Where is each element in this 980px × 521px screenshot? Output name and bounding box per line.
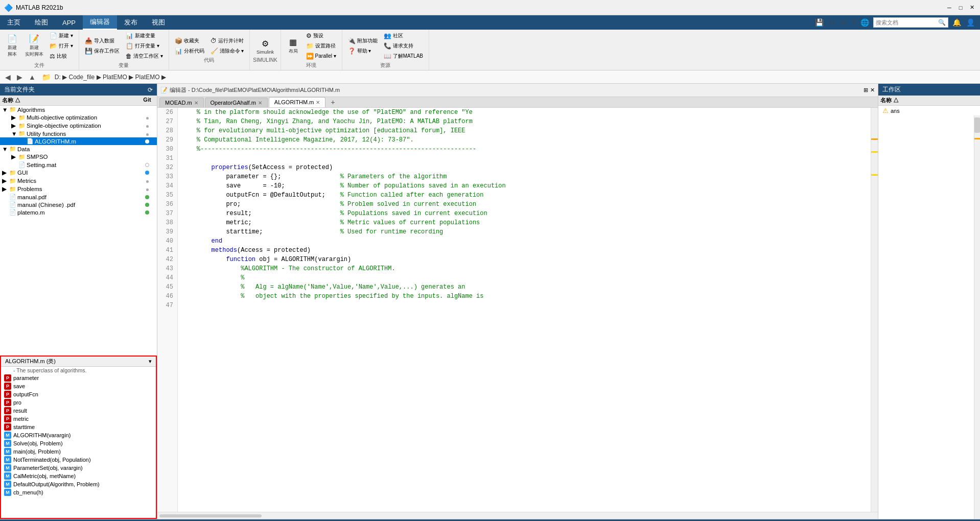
clear-cmd-button[interactable]: 🧹 清除命令 ▾ [208,46,247,56]
compare-button[interactable]: ⚖ 比较 [47,52,76,61]
menu-plot[interactable]: 绘图 [28,15,55,30]
help-button[interactable]: ❓ 帮助 ▾ [345,46,380,56]
tree-item-manual-cn[interactable]: 📄 manual (Chinese) .pdf [0,201,157,208]
split-icon[interactable]: ⊞ [864,87,868,93]
community-button[interactable]: 👥 社区 [381,31,426,40]
symbol-item-parameter[interactable]: P parameter [1,374,156,382]
menu-editor[interactable]: 编辑器 [83,15,117,30]
undo-icon[interactable]: ↩ [828,17,836,28]
tree-item-manual-pdf[interactable]: 📄 manual.pdf [0,193,157,201]
symbol-item-notterminated[interactable]: M NotTerminated(obj, Population) [1,456,156,464]
community-icon[interactable]: 🌐 [859,17,870,28]
symbol-item-calmetric[interactable]: M CalMetric(obj, metName) [1,472,156,480]
symbol-item-parameterset[interactable]: M ParameterSet(obj, varargin) [1,464,156,472]
symbol-item-save[interactable]: P save [1,382,156,390]
symbol-item-pro[interactable]: P pro [1,398,156,407]
workspace-scrollbar[interactable] [974,115,980,519]
menu-home[interactable]: 主页 [0,15,28,30]
save-workspace-button[interactable]: 💾 保存工作区 [82,46,122,56]
new-var-button[interactable]: 📊 新建变量 [123,31,166,40]
symbol-item-outputfcn[interactable]: P outputFcn [1,390,156,398]
run-timer-button[interactable]: ⏱ 运行并计时 [208,36,246,45]
redo-icon[interactable]: ↪ [839,17,847,28]
preset-button[interactable]: ⚙ 预设 [304,31,339,40]
tree-item-smpso[interactable]: ▶ 📁 SMPSO [0,153,157,161]
tree-item-gui[interactable]: ▶ 📁 GUI [0,169,157,177]
symbol-item-main[interactable]: M main(obj, Problem) [1,447,156,456]
new-script-button[interactable]: 📄 新建脚本 [3,32,21,59]
symbol-item-algorithm-constructor[interactable]: M ALGORITHM(varargin) [1,431,156,439]
open-var-button[interactable]: 📋 打开变量 ▾ [123,41,166,51]
symbol-item-solve[interactable]: M Solve(obj, Problem) [1,439,156,447]
symbol-dropdown-icon[interactable]: ▾ [149,358,152,365]
code-content[interactable]: % in the platform should acknowledge the… [178,108,871,512]
clear-workspace-button[interactable]: 🗑 清空工作区 ▾ [123,52,166,61]
back-button[interactable]: ◀ [3,73,13,82]
maximize-button[interactable]: □ [956,4,965,12]
tree-item-setting[interactable]: 📄 Setting.mat [0,161,157,169]
close-button[interactable]: ✕ [968,4,976,12]
menu-view[interactable]: 视图 [145,15,172,30]
learn-matlab-button[interactable]: 📖 了解MATLAB [381,52,426,61]
parallel-button[interactable]: ⏩ Parallel ▾ [304,52,339,61]
tree-item-algorithms[interactable]: ▼ 📁 Algorithms [0,106,157,113]
tree-item-platemo[interactable]: 📄 platemo.m [0,208,157,216]
code-editor[interactable]: 26 27 28 29 30 31 32 33 34 35 36 37 38 3… [157,108,878,512]
import-button[interactable]: 📥 导入数据 [82,36,122,45]
workspace-item-ans[interactable]: ⚠ ans [878,106,980,115]
workspace-scroll-thumb[interactable] [974,117,980,133]
new-live-script-button[interactable]: 📝 新建实时脚本 [22,32,46,59]
tab-algorithm[interactable]: ALGORITHM.m ✕ [269,97,326,107]
save-icon[interactable]: 💾 [814,17,825,28]
tree-item-metrics[interactable]: ▶ 📁 Metrics [0,177,157,185]
addon-button[interactable]: 🔌 附加功能 [345,36,380,45]
tab-moead[interactable]: MOEAD.m ✕ [159,98,204,107]
browse-button[interactable]: 📁 [40,73,53,82]
analyze-code-button[interactable]: 📊 分析代码 [172,46,207,56]
titlebar: 🔷 MATLAB R2021b ─ □ ✕ [0,0,980,15]
minimize-button[interactable]: ─ [945,4,953,12]
user-icon[interactable]: 👤 [965,17,976,28]
new-tab-button[interactable]: + [326,97,339,107]
symbol-list: - The superclass of algorithms. P parame… [1,367,156,518]
set-path-button[interactable]: 📁 设置路径 [304,41,339,51]
tree-item-problems[interactable]: ▶ 📁 Problems [0,185,157,193]
forward-button[interactable]: ▶ [15,73,25,82]
tree-item-single[interactable]: ▶ 📁 Single-objective optimization [0,122,157,130]
symbol-item-cb-menu[interactable]: M cb_menu(h) [1,488,156,496]
main-layout: 当前文件夹 ⟳ 名称 △ Git ▼ 📁 Algorithms ▶ [0,84,980,519]
tab-close-moead[interactable]: ✕ [194,100,198,106]
tab-label: MOEAD.m [165,100,192,106]
menu-publish[interactable]: 发布 [117,15,145,30]
tree-item-algorithm[interactable]: 📄 ALGORITHM.m [0,137,157,145]
search-bar[interactable]: 🔍 [873,17,948,28]
tab-operatorgahalf[interactable]: OperatorGAhalf.m ✕ [205,98,268,107]
search-input[interactable] [876,19,937,26]
m-file-icon: 📄 [9,209,16,216]
layout-button[interactable]: ▦ 布局 [284,36,302,56]
tree-item-data[interactable]: ▼ 📁 Data [0,145,157,153]
open-button[interactable]: 📂 打开 ▾ [47,41,76,51]
tree-item-multi[interactable]: ▶ 📁 Multi-objective optimization [0,113,157,122]
menu-app[interactable]: APP [55,15,83,30]
symbol-item-starttime[interactable]: P starttime [1,423,156,431]
refresh-icon[interactable]: ⟳ [148,86,153,93]
request-support-button[interactable]: 📞 请求支持 [381,41,426,51]
new-button[interactable]: 📄 新建 ▾ [47,31,76,40]
symbol-item-defaultoutput[interactable]: M DefaultOutput(Algorithm, Problem) [1,480,156,488]
notify-icon[interactable]: 🔔 [951,17,962,28]
symbol-item-result[interactable]: P result [1,407,156,415]
collect-button[interactable]: 📦 收藏夹 [172,36,202,45]
h-scrollbar[interactable] [157,512,878,519]
tab-close-operator[interactable]: ✕ [258,100,262,106]
up-button[interactable]: ▲ [27,73,38,82]
tree-item-utility[interactable]: ▼ 📁 Utility functions [0,130,157,137]
close-editor-icon[interactable]: ✕ [870,87,875,93]
help-icon[interactable]: ? [850,17,856,28]
titlebar-controls: ─ □ ✕ [945,4,976,12]
symbol-item-metric[interactable]: P metric [1,415,156,423]
h-scrollbar-thumb[interactable] [159,514,262,517]
scroll-indicator [871,108,878,512]
tab-close-algorithm[interactable]: ✕ [316,100,320,105]
simulink-button[interactable]: ⚙ Simulink [254,37,276,56]
